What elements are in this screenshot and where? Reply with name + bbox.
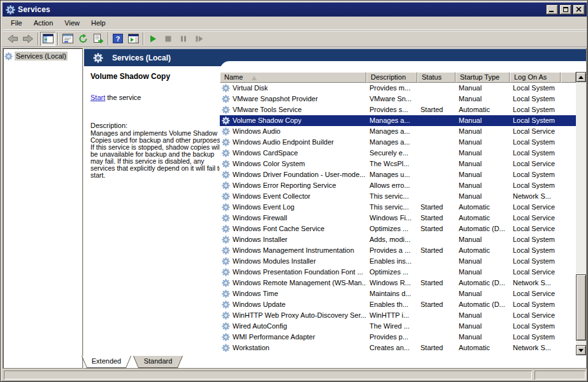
start-service-button[interactable]	[145, 32, 161, 46]
table-row[interactable]: VMware Tools ServiceProvides s...Started…	[220, 104, 576, 115]
table-row[interactable]: Windows Event CollectorThis servic...Man…	[220, 191, 576, 202]
minimize-button[interactable]	[546, 4, 558, 15]
logon-cell: Local Service	[510, 288, 561, 299]
show-action-pane-button[interactable]	[125, 32, 141, 46]
logon-cell: Local System	[510, 115, 561, 126]
column-header-name[interactable]: Name	[220, 72, 366, 83]
table-row[interactable]: Windows Modules InstallerEnables ins...M…	[220, 256, 576, 267]
logon-cell: Local Service	[510, 202, 561, 213]
service-gear-icon	[222, 214, 230, 222]
action-suffix: the service	[105, 94, 141, 101]
startup-type-cell: Manual	[455, 256, 510, 267]
tab-standard[interactable]: Standard	[133, 356, 183, 368]
table-row[interactable]: Wired AutoConfigThe Wired ...ManualLocal…	[220, 321, 576, 332]
menu-view[interactable]: View	[59, 17, 85, 29]
properties-button[interactable]	[60, 32, 75, 46]
logon-cell: Local System	[510, 94, 561, 104]
table-row[interactable]: WorkstationCreates an...StartedAutomatic…	[220, 343, 576, 353]
table-row[interactable]: Windows Remote Management (WS-Man...Wind…	[220, 278, 576, 288]
description-cell: Adds, modi...	[366, 234, 417, 245]
service-name: Workstation	[233, 343, 269, 353]
table-row[interactable]: VMware Snapshot ProviderVMware Sn...Manu…	[220, 94, 576, 104]
back-button[interactable]	[5, 32, 20, 46]
column-header-log-on-as[interactable]: Log On As	[510, 72, 561, 83]
table-row[interactable]: Windows FirewallWindows Fi...StartedAuto…	[220, 213, 576, 223]
table-row[interactable]: Windows Event LogThis servic...StartedAu…	[220, 202, 576, 213]
startup-type-cell: Automatic	[455, 202, 510, 213]
description-cell: Enables th...	[366, 299, 417, 310]
description-cell: Allows erro...	[366, 180, 417, 191]
startup-type-cell: Automatic	[455, 213, 510, 223]
service-name-cell: WMI Performance Adapter	[220, 332, 366, 343]
startup-type-cell: Manual	[455, 137, 510, 148]
title-bar[interactable]: Services	[3, 3, 587, 17]
scroll-down-button[interactable]	[576, 345, 586, 355]
maximize-button[interactable]	[559, 4, 571, 15]
forward-button[interactable]	[20, 32, 36, 46]
service-name-cell: Virtual Disk	[220, 83, 366, 94]
table-row[interactable]: Windows Color SystemThe WcsPl...ManualLo…	[220, 159, 576, 169]
table-row[interactable]: Windows Presentation Foundation Font ...…	[220, 267, 576, 278]
status-cell	[417, 288, 455, 299]
stop-service-button[interactable]	[161, 32, 176, 46]
refresh-button[interactable]	[75, 32, 90, 46]
pause-service-button[interactable]	[176, 32, 191, 46]
help-button[interactable]: ?	[110, 32, 125, 46]
service-name: WMI Performance Adapter	[233, 332, 315, 343]
forward-icon	[22, 34, 34, 44]
table-row[interactable]: Windows InstallerAdds, modi...ManualLoca…	[220, 234, 576, 245]
table-row[interactable]: Windows Error Reporting ServiceAllows er…	[220, 180, 576, 191]
table-row[interactable]: Windows Font Cache ServiceOptimizes ...S…	[220, 223, 576, 234]
show-console-tree-button[interactable]	[40, 32, 55, 46]
scroll-up-button[interactable]	[576, 72, 586, 82]
console-tree: Services (Local)	[3, 48, 83, 369]
app-gear-icon	[6, 5, 15, 15]
startup-type-cell: Manual	[455, 180, 510, 191]
service-gear-icon	[222, 301, 230, 309]
table-row[interactable]: Windows AudioManages a...ManualLocal Ser…	[220, 126, 576, 137]
menu-help[interactable]: Help	[85, 17, 111, 29]
vertical-scrollbar[interactable]	[576, 72, 586, 355]
table-row[interactable]: Windows Audio Endpoint BuilderManages a.…	[220, 137, 576, 148]
service-gear-icon	[222, 106, 230, 114]
status-cell	[417, 256, 455, 267]
status-cell	[417, 321, 455, 332]
close-button[interactable]	[573, 4, 585, 15]
export-list-button[interactable]	[90, 32, 106, 46]
description-cell: WinHTTP i...	[366, 310, 417, 321]
maximize-icon	[563, 7, 568, 12]
logon-cell: Local System	[510, 180, 561, 191]
table-row[interactable]: Windows Driver Foundation - User-mode...…	[220, 169, 576, 180]
column-header-startup-type[interactable]: Startup Type	[455, 72, 510, 83]
service-gear-icon	[222, 344, 230, 352]
table-row[interactable]: Windows TimeMaintains d...ManualLocal Se…	[220, 288, 576, 299]
logon-cell: Local Service	[510, 267, 561, 278]
service-name-cell: Windows Update	[220, 299, 366, 310]
status-cell	[417, 115, 455, 126]
tab-extended[interactable]: Extended	[82, 356, 131, 368]
table-row[interactable]: Windows CardSpaceSecurely e...ManualLoca…	[220, 148, 576, 159]
description-cell: VMware Sn...	[366, 94, 417, 104]
show-console-tree-icon	[43, 34, 54, 43]
service-gear-icon	[222, 117, 230, 125]
table-row[interactable]: Windows Management InstrumentationProvid…	[220, 245, 576, 256]
column-header-description[interactable]: Description	[366, 72, 417, 83]
startup-type-cell: Manual	[455, 126, 510, 137]
table-row[interactable]: WinHTTP Web Proxy Auto-Discovery Ser...W…	[220, 310, 576, 321]
table-row[interactable]: Virtual DiskProvides m...ManualLocal Sys…	[220, 83, 576, 94]
window-title: Services	[18, 5, 545, 14]
scrollbar-thumb[interactable]	[576, 274, 586, 341]
start-service-link[interactable]: Start	[90, 94, 105, 101]
logon-cell: Local System	[510, 332, 561, 343]
table-row[interactable]: Windows UpdateEnables th...StartedAutoma…	[220, 299, 576, 310]
service-gear-icon	[222, 279, 230, 287]
table-row[interactable]: Volume Shadow CopyManages a...ManualLoca…	[220, 115, 576, 126]
table-row[interactable]: WMI Performance AdapterProvides p...Manu…	[220, 332, 576, 343]
column-header-status[interactable]: Status	[417, 72, 455, 83]
description-cell: Maintains d...	[366, 288, 417, 299]
menu-file[interactable]: File	[5, 17, 28, 29]
description-cell: Optimizes ...	[366, 267, 417, 278]
tree-item-services-local[interactable]: Services (Local)	[4, 51, 81, 61]
restart-service-button[interactable]	[191, 32, 206, 46]
menu-action[interactable]: Action	[28, 17, 59, 29]
